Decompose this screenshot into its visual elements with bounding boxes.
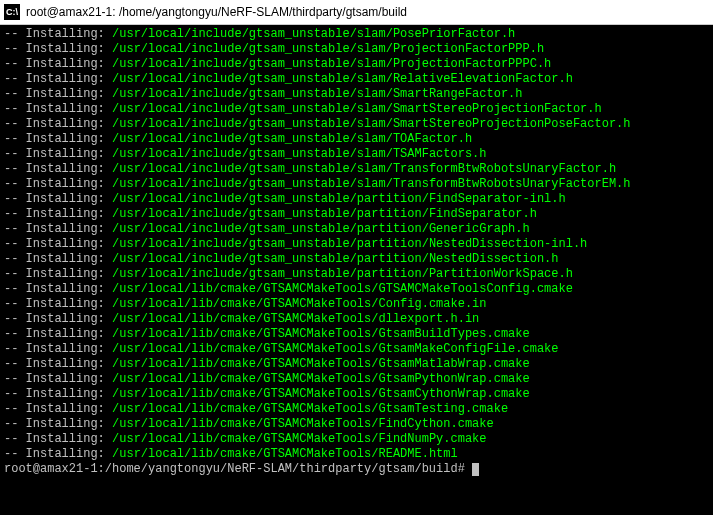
output-line: -- Installing: /usr/local/lib/cmake/GTSA… — [4, 447, 709, 462]
output-line: -- Installing: /usr/local/include/gtsam_… — [4, 267, 709, 282]
window-titlebar[interactable]: C:\ root@amax21-1: /home/yangtongyu/NeRF… — [0, 0, 713, 25]
output-line: -- Installing: /usr/local/include/gtsam_… — [4, 177, 709, 192]
output-line: -- Installing: /usr/local/include/gtsam_… — [4, 87, 709, 102]
output-line: -- Installing: /usr/local/lib/cmake/GTSA… — [4, 372, 709, 387]
terminal-output[interactable]: -- Installing: /usr/local/include/gtsam_… — [0, 25, 713, 479]
shell-prompt[interactable]: root@amax21-1:/home/yangtongyu/NeRF-SLAM… — [4, 462, 709, 477]
output-line: -- Installing: /usr/local/include/gtsam_… — [4, 102, 709, 117]
output-line: -- Installing: /usr/local/lib/cmake/GTSA… — [4, 297, 709, 312]
terminal-icon: C:\ — [4, 4, 20, 20]
output-line: -- Installing: /usr/local/include/gtsam_… — [4, 57, 709, 72]
output-line: -- Installing: /usr/local/include/gtsam_… — [4, 147, 709, 162]
output-line: -- Installing: /usr/local/include/gtsam_… — [4, 252, 709, 267]
output-line: -- Installing: /usr/local/lib/cmake/GTSA… — [4, 357, 709, 372]
output-line: -- Installing: /usr/local/include/gtsam_… — [4, 222, 709, 237]
output-line: -- Installing: /usr/local/include/gtsam_… — [4, 132, 709, 147]
output-line: -- Installing: /usr/local/include/gtsam_… — [4, 237, 709, 252]
output-line: -- Installing: /usr/local/lib/cmake/GTSA… — [4, 402, 709, 417]
output-line: -- Installing: /usr/local/include/gtsam_… — [4, 27, 709, 42]
output-line: -- Installing: /usr/local/include/gtsam_… — [4, 192, 709, 207]
output-line: -- Installing: /usr/local/include/gtsam_… — [4, 207, 709, 222]
output-line: -- Installing: /usr/local/lib/cmake/GTSA… — [4, 432, 709, 447]
output-line: -- Installing: /usr/local/lib/cmake/GTSA… — [4, 417, 709, 432]
output-line: -- Installing: /usr/local/include/gtsam_… — [4, 42, 709, 57]
output-line: -- Installing: /usr/local/lib/cmake/GTSA… — [4, 387, 709, 402]
output-line: -- Installing: /usr/local/include/gtsam_… — [4, 117, 709, 132]
output-line: -- Installing: /usr/local/include/gtsam_… — [4, 72, 709, 87]
output-line: -- Installing: /usr/local/lib/cmake/GTSA… — [4, 312, 709, 327]
window-title: root@amax21-1: /home/yangtongyu/NeRF-SLA… — [26, 5, 407, 19]
output-line: -- Installing: /usr/local/include/gtsam_… — [4, 162, 709, 177]
output-line: -- Installing: /usr/local/lib/cmake/GTSA… — [4, 327, 709, 342]
cursor — [472, 463, 479, 476]
output-line: -- Installing: /usr/local/lib/cmake/GTSA… — [4, 282, 709, 297]
output-line: -- Installing: /usr/local/lib/cmake/GTSA… — [4, 342, 709, 357]
